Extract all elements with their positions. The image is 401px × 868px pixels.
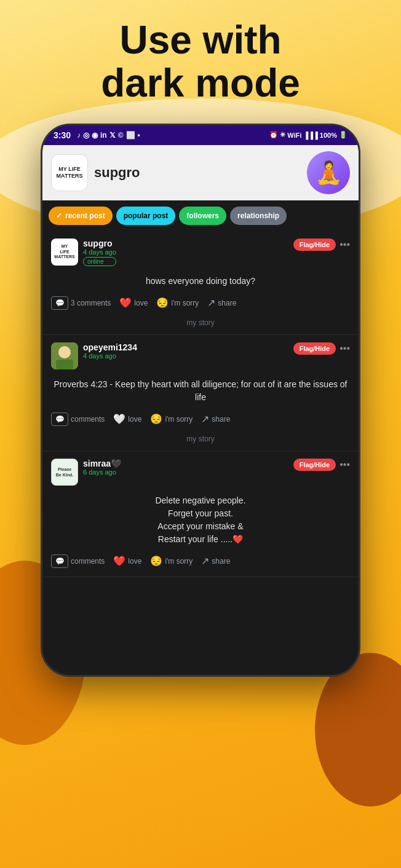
- signal-icon: ▐▐▐: [303, 132, 317, 139]
- bluetooth-icon: ✳: [280, 131, 285, 139]
- comment-icon: 💬: [51, 412, 68, 426]
- status-right: ⏰ ✳ WiFi ▐▐▐ 100% 🔋: [269, 131, 347, 139]
- flag-hide-button[interactable]: Flag/Hide: [293, 342, 336, 355]
- post-time: 4 days ago: [83, 248, 116, 256]
- feed: MYLIFEMATTERS supgro 4 days ago online F…: [42, 231, 359, 583]
- app-logo: MY LIFE MATTERS: [51, 154, 88, 191]
- sorry-reaction[interactable]: 😔 i'm sorry: [150, 555, 193, 567]
- share-icon: ↗: [201, 555, 209, 567]
- status-bar: 3:30 ♪ ◎ ◉ in 𝕏 © ⬜ • ⏰ ✳ WiFi ▐▐▐ 100% …: [42, 125, 359, 145]
- share-label: share: [212, 415, 230, 424]
- post-username: opeyemi1234: [83, 342, 137, 352]
- alarm-icon: ⏰: [269, 131, 278, 139]
- online-badge: online: [83, 257, 116, 266]
- post-time: 6 days ago: [83, 468, 121, 476]
- tab-recent-label: recent post: [65, 211, 105, 220]
- comments-reaction[interactable]: 💬 3 comments: [51, 296, 111, 310]
- post-user-info: MYLIFEMATTERS supgro 4 days ago online: [51, 239, 116, 266]
- tab-followers[interactable]: followers: [179, 207, 226, 225]
- post-avatar-supgro: MYLIFEMATTERS: [51, 239, 78, 266]
- battery-label: 100%: [320, 132, 337, 139]
- app-icon-2: ◉: [92, 131, 98, 140]
- share-reaction[interactable]: ↗ share: [201, 555, 230, 567]
- sorry-label: i'm sorry: [165, 415, 193, 424]
- tab-recent-post[interactable]: ✓ recent post: [49, 207, 113, 225]
- post-avatar-simraa: PleaseBe Kind.: [51, 459, 78, 486]
- svg-rect-2: [56, 360, 73, 369]
- flag-hide-button[interactable]: Flag/Hide: [293, 459, 336, 471]
- tab-followers-label: followers: [186, 211, 219, 220]
- more-options-icon[interactable]: •••: [339, 459, 350, 470]
- more-options-icon[interactable]: •••: [339, 239, 350, 250]
- page-title: Use with dark mode: [12, 18, 389, 105]
- post-username: simraa🖤: [83, 459, 121, 468]
- my-story-link[interactable]: my story: [51, 314, 350, 329]
- heart-icon: ❤️: [113, 555, 125, 567]
- sorry-reaction[interactable]: 😔 i'm sorry: [150, 413, 193, 425]
- post-meta: opeyemi1234 4 days ago: [83, 342, 137, 360]
- post-user-info: PleaseBe Kind. simraa🖤 6 days ago: [51, 459, 121, 486]
- comments-reaction[interactable]: 💬 comments: [51, 554, 105, 568]
- twitter-icon: 𝕏: [109, 131, 116, 140]
- post-header: opeyemi1234 4 days ago Flag/Hide •••: [51, 342, 350, 369]
- love-reaction[interactable]: ❤️ love: [119, 297, 148, 309]
- app-icon-4: ⬜: [126, 131, 135, 140]
- battery-icon: 🔋: [339, 131, 347, 139]
- app-header: MY LIFE MATTERS supgro 🧘: [42, 145, 359, 200]
- sorry-label: i'm sorry: [171, 299, 199, 307]
- tab-relationship[interactable]: relationship: [230, 207, 287, 225]
- sorry-reaction[interactable]: 😔 i'm sorry: [156, 297, 199, 309]
- post-card: opeyemi1234 4 days ago Flag/Hide ••• Pro…: [42, 335, 359, 451]
- phone-mockup: 3:30 ♪ ◎ ◉ in 𝕏 © ⬜ • ⏰ ✳ WiFi ▐▐▐ 100% …: [0, 124, 401, 677]
- post-card: PleaseBe Kind. simraa🖤 6 days ago Flag/H…: [42, 451, 359, 577]
- post-header: PleaseBe Kind. simraa🖤 6 days ago Flag/H…: [51, 459, 350, 486]
- share-icon: ↗: [201, 413, 209, 425]
- love-reaction[interactable]: ❤️ love: [113, 555, 141, 567]
- comments-count: 3 comments: [71, 299, 111, 307]
- svg-point-1: [58, 346, 71, 358]
- tab-popular-label: popular post: [124, 211, 169, 220]
- heart-icon: ❤️: [119, 297, 132, 309]
- post-content: Delete negative people. Forget your past…: [51, 489, 350, 551]
- post-reactions: 💬 comments 🤍 love 😔 i'm sorry ↗ share: [51, 409, 350, 430]
- comments-label: comments: [71, 415, 105, 424]
- flag-hide-button[interactable]: Flag/Hide: [293, 239, 336, 251]
- dot-icon: •: [138, 131, 140, 140]
- wifi-icon: WiFi: [287, 132, 301, 139]
- more-options-icon[interactable]: •••: [339, 343, 350, 354]
- post-actions: Flag/Hide •••: [293, 459, 350, 471]
- heart-icon: 🤍: [113, 413, 125, 425]
- tab-popular-post[interactable]: popular post: [116, 207, 176, 225]
- love-label: love: [128, 415, 141, 424]
- post-user-info: opeyemi1234 4 days ago: [51, 342, 137, 369]
- comments-label: comments: [71, 557, 105, 566]
- post-time: 4 days ago: [83, 352, 137, 360]
- post-reactions: 💬 comments ❤️ love 😔 i'm sorry ↗ share: [51, 551, 350, 572]
- status-left: 3:30 ♪ ◎ ◉ in 𝕏 © ⬜ •: [54, 130, 140, 140]
- app-icon-3: ©: [118, 131, 124, 140]
- post-card: MYLIFEMATTERS supgro 4 days ago online F…: [42, 231, 359, 335]
- sorry-label: i'm sorry: [165, 557, 193, 566]
- sorry-icon: 😔: [156, 297, 169, 309]
- comments-reaction[interactable]: 💬 comments: [51, 412, 105, 426]
- love-reaction[interactable]: 🤍 love: [113, 413, 141, 425]
- sorry-icon: 😔: [150, 555, 162, 567]
- post-actions: Flag/Hide •••: [293, 342, 350, 355]
- post-username: supgro: [83, 239, 116, 248]
- my-story-link[interactable]: my story: [51, 430, 350, 446]
- status-time: 3:30: [54, 130, 71, 140]
- post-actions: Flag/Hide •••: [293, 239, 350, 251]
- app-title: supgro: [94, 165, 140, 181]
- check-icon: ✓: [56, 211, 62, 220]
- share-reaction[interactable]: ↗ share: [201, 413, 230, 425]
- share-reaction[interactable]: ↗ share: [207, 297, 236, 309]
- post-content: hows everyone doing today?: [51, 270, 350, 293]
- share-icon: ↗: [207, 297, 215, 309]
- post-content: Proverbs 4:23 - Keep thy heart with all …: [51, 373, 350, 409]
- comment-icon: 💬: [51, 554, 68, 568]
- tiktok-icon: ♪: [77, 131, 81, 140]
- love-label: love: [134, 299, 148, 307]
- linkedin-icon: in: [100, 131, 107, 140]
- tab-bar: ✓ recent post popular post followers rel…: [42, 200, 359, 231]
- phone-screen: 3:30 ♪ ◎ ◉ in 𝕏 © ⬜ • ⏰ ✳ WiFi ▐▐▐ 100% …: [41, 124, 360, 677]
